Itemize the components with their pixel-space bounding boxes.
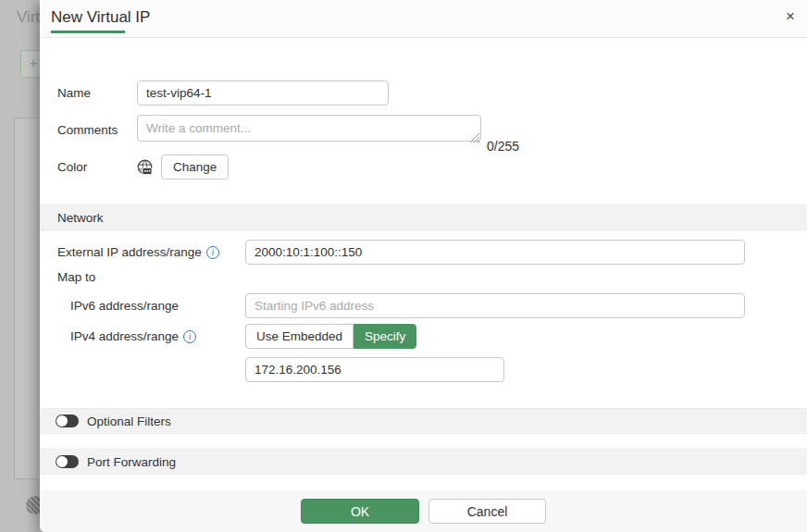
dialog-footer: OK Cancel: [40, 490, 807, 532]
port-forwarding-section: Port Forwarding: [40, 449, 807, 475]
color-label: Color: [57, 160, 137, 174]
network-section-header: Network: [40, 204, 807, 231]
active-tab-underline: [51, 31, 125, 33]
info-icon: i: [183, 330, 196, 343]
dialog-header: New Virtual IP ×: [40, 0, 807, 38]
cancel-button[interactable]: Cancel: [428, 499, 546, 524]
plus-icon: +: [29, 55, 38, 73]
name-label: Name: [57, 86, 137, 100]
ipv4-label: IPv4 address/range: [70, 329, 179, 343]
comments-char-counter: 0/255: [487, 139, 519, 154]
network-section-title: Network: [57, 211, 104, 225]
toggle-knob: [56, 456, 68, 467]
section-spacer: [40, 434, 807, 449]
toggle-knob: [56, 415, 68, 427]
external-ip-label-group: External IP address/range i: [57, 245, 245, 259]
dialog-title: New Virtual IP: [51, 8, 150, 27]
name-input[interactable]: [137, 80, 389, 105]
use-embedded-option[interactable]: Use Embedded: [245, 324, 354, 349]
port-forwarding-label: Port Forwarding: [87, 455, 176, 469]
color-row: Color Change: [57, 155, 807, 179]
external-ip-label: External IP address/range: [57, 245, 202, 259]
specify-option[interactable]: Specify: [354, 324, 416, 349]
ipv4-mode-segmented-control: Use Embedded Specify: [245, 324, 416, 349]
info-icon: i: [206, 246, 219, 259]
new-virtual-ip-dialog: New Virtual IP × Name Comments 0/255 Col…: [40, 0, 807, 532]
ipv6-input[interactable]: [245, 293, 745, 318]
ipv4-label-group: IPv4 address/range i: [70, 329, 245, 343]
ipv4-address-row: [245, 357, 807, 382]
comments-row: Comments 0/255: [57, 115, 807, 145]
port-forwarding-toggle[interactable]: [56, 455, 79, 468]
close-icon[interactable]: ×: [780, 6, 801, 27]
ipv4-address-input[interactable]: [245, 357, 504, 382]
map-to-label: Map to: [57, 270, 807, 284]
external-ip-row: External IP address/range i: [57, 240, 807, 265]
color-palette-icon: [137, 159, 153, 175]
change-color-button[interactable]: Change: [161, 155, 229, 179]
optional-filters-section: Optional Filters: [40, 408, 807, 434]
external-ip-input[interactable]: [245, 240, 745, 265]
ipv6-label: IPv6 address/range: [70, 299, 245, 313]
background-page-title: Virt: [17, 8, 40, 27]
optional-filters-label: Optional Filters: [87, 414, 171, 428]
ipv6-row: IPv6 address/range: [70, 293, 807, 318]
ok-button[interactable]: OK: [301, 499, 419, 524]
comments-textarea[interactable]: [137, 115, 481, 142]
dialog-body: Name Comments 0/255 Color Change: [40, 38, 807, 475]
comments-label: Comments: [57, 123, 137, 137]
optional-filters-toggle[interactable]: [56, 414, 79, 427]
ipv4-mode-row: IPv4 address/range i Use Embedded Specif…: [70, 324, 807, 349]
name-row: Name: [57, 80, 807, 105]
